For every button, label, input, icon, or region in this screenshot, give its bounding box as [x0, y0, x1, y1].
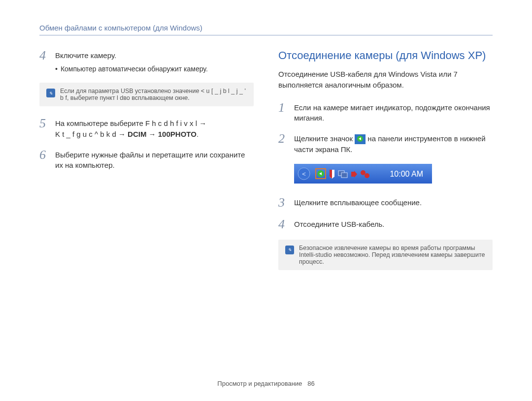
- section-title: Отсоединение камеры (для Windows XP): [278, 49, 493, 62]
- step-body: Выберите нужные файлы и перетащите или с…: [55, 149, 254, 171]
- step-body: Если на камере мигает индикатор, подожди…: [294, 101, 493, 124]
- step-number: 4: [39, 49, 49, 62]
- step-number: 3: [278, 196, 288, 209]
- step-number: 4: [278, 218, 288, 231]
- step-number: 6: [39, 149, 49, 161]
- step-body: Отсоедините USB-кабель.: [294, 218, 384, 230]
- note-box: ✎ Безопасное извлечение камеры во время …: [278, 240, 493, 270]
- step-3-right: 3 Щелкните всплывающее сообщение.: [278, 196, 493, 209]
- footer: Просмотр и редактирование 86: [39, 375, 493, 401]
- note-icon: ✎: [46, 89, 55, 97]
- page: Обмен файлами с компьютером (для Windows…: [0, 0, 532, 401]
- note-text: Безопасное извлечение камеры во время ра…: [299, 245, 486, 265]
- content-columns: 4 Включите камеру. Компьютер автоматичес…: [39, 49, 493, 375]
- step-4-right: 4 Отсоедините USB-кабель.: [278, 218, 493, 231]
- page-number: 86: [307, 380, 314, 387]
- step5-text-a: На компьютере выберите F h c d h f i v x…: [55, 119, 199, 127]
- step5-path-100photo: 100PHOTO: [158, 130, 197, 138]
- step5-text-b: K t _ f g u c ^ b k d: [55, 130, 116, 138]
- breadcrumb: Обмен файлами с компьютером (для Windows…: [39, 24, 493, 35]
- step2-text-a: Щелкните значок: [294, 134, 355, 143]
- step-number: 5: [39, 117, 49, 130]
- step-2-right: 2 Щелкните значок на панели инструментов…: [278, 132, 493, 155]
- taskbar-time: 10:00 AM: [390, 170, 423, 178]
- step-sub-bullet: Компьютер автоматически обнаружит камеру…: [55, 64, 208, 74]
- step-5-left: 5 На компьютере выберите F h c d h f i v…: [39, 117, 254, 140]
- step-body: Щелкните всплывающее сообщение.: [294, 196, 422, 208]
- step-number: 2: [278, 132, 288, 145]
- note-icon: ✎: [285, 246, 294, 254]
- note-box: ✎ Если для параметра USB установлено зна…: [39, 83, 254, 106]
- left-column: 4 Включите камеру. Компьютер автоматичес…: [39, 49, 254, 375]
- arrow-icon: →: [199, 119, 206, 127]
- step5-path-dcim: DCIM: [128, 130, 146, 138]
- step-body: Щелкните значок на панели инструментов в…: [294, 132, 493, 155]
- svg-rect-8: [341, 173, 347, 178]
- right-column: Отсоединение камеры (для Windows XP) Отс…: [278, 49, 493, 375]
- safely-remove-icon: [355, 134, 366, 144]
- intro-paragraph: Отсоединение USB-кабеля для Windows Vist…: [278, 69, 493, 91]
- svg-rect-9: [351, 172, 354, 177]
- arrow-icon: →: [118, 130, 128, 138]
- taskbar-screenshot: < 1: [294, 164, 493, 185]
- svg-point-10: [361, 170, 366, 175]
- arrow-icon: →: [149, 130, 158, 138]
- svg-point-11: [365, 173, 369, 178]
- svg-text:<: <: [302, 170, 306, 178]
- step-6-left: 6 Выберите нужные файлы и перетащите или…: [39, 149, 254, 171]
- note-text: Если для параметра USB установлено значе…: [60, 88, 247, 101]
- step-body: Включите камеру. Компьютер автоматически…: [55, 49, 208, 74]
- step-title: Включите камеру.: [55, 50, 208, 61]
- step-1-right: 1 Если на камере мигает индикатор, подож…: [278, 101, 493, 124]
- footer-text: Просмотр и редактирование: [217, 380, 302, 387]
- step-body: На компьютере выберите F h c d h f i v x…: [55, 117, 206, 140]
- step-number: 1: [278, 101, 288, 114]
- step-4-left: 4 Включите камеру. Компьютер автоматичес…: [39, 49, 254, 74]
